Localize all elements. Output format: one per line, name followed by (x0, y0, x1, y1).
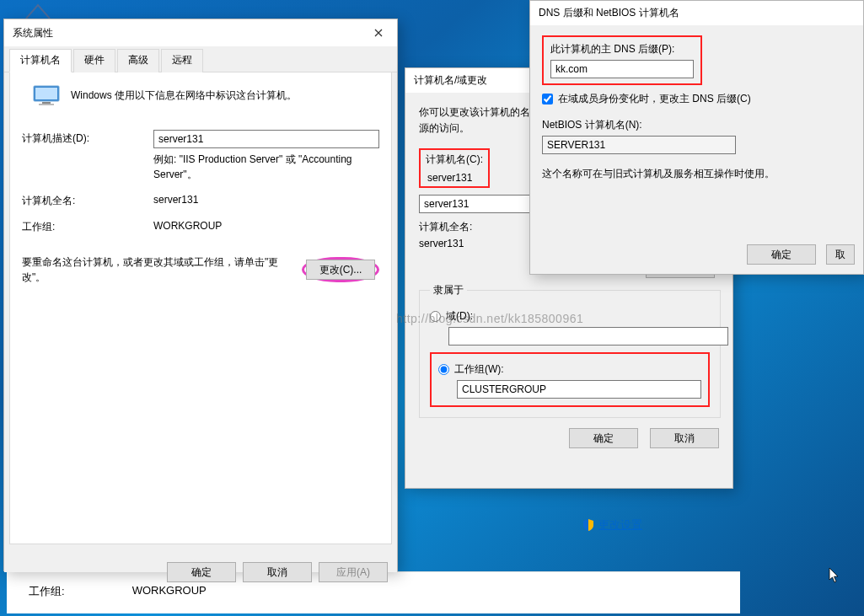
workgroup-radio-row[interactable]: 工作组(W): (438, 362, 701, 377)
highlight-box: 计算机名(C): server131 (419, 148, 490, 188)
domain-input[interactable] (448, 327, 728, 345)
netbios-hint: 这个名称可在与旧式计算机及服务相互操作时使用。 (542, 166, 851, 181)
domain-label: 域(D): (446, 309, 473, 324)
change-settings-label: 更改设置 (598, 517, 642, 533)
tabs: 计算机名 硬件 高级 远程 (4, 46, 397, 72)
change-primary-suffix-label: 在域成员身份变化时，更改主 DNS 后缀(C) (558, 92, 751, 106)
shield-icon (582, 518, 595, 532)
close-button[interactable] (367, 24, 390, 41)
computer-icon (32, 84, 61, 108)
dialog-body: 此计算机的主 DNS 后缀(P): kk.com 在域成员身份变化时，更改主 D… (530, 25, 863, 273)
highlight-box: 此计算机的主 DNS 后缀(P): kk.com (542, 35, 702, 85)
ok-button[interactable]: 确定 (747, 244, 816, 265)
domain-radio-row[interactable]: 域(D): (430, 309, 710, 324)
change-settings-link-wrap: 更改设置 (582, 517, 642, 535)
fullname-label: 计算机全名: (22, 190, 153, 208)
system-properties-dialog: 系统属性 计算机名 硬件 高级 远程 Windows 使用以下 (3, 19, 398, 571)
member-of-legend: 隶属于 (430, 283, 467, 297)
workgroup-label: 工作组: (22, 217, 153, 234)
workgroup-input[interactable] (457, 380, 701, 399)
svg-rect-3 (39, 104, 54, 105)
cancel-button-partial[interactable]: 取 (826, 244, 855, 265)
cancel-button[interactable]: 取消 (650, 428, 719, 448)
close-icon (374, 29, 383, 37)
domain-radio[interactable] (430, 311, 441, 322)
workgroup-label: 工作组(W): (454, 362, 504, 377)
tab-panel-computer-name: Windows 使用以下信息在网络中标识这台计算机。 计算机描述(D): 例如:… (9, 72, 392, 544)
description-label: 计算机描述(D): (22, 128, 153, 146)
netbios-name-input (542, 136, 736, 154)
primary-dns-suffix-label: 此计算机的主 DNS 后缀(P): (550, 42, 694, 56)
member-of-fieldset: 隶属于 域(D): 工作组(W): (419, 283, 721, 418)
tab-remote[interactable]: 远程 (161, 49, 203, 72)
change-primary-suffix-row[interactable]: 在域成员身份变化时，更改主 DNS 后缀(C) (542, 92, 851, 106)
dialog-title-text: 系统属性 (13, 26, 53, 40)
cancel-button[interactable]: 取消 (243, 562, 312, 582)
workgroup-radio[interactable] (438, 364, 449, 375)
change-settings-link[interactable]: 更改设置 (582, 517, 642, 533)
titlebar: DNS 后缀和 NetBIOS 计算机名 (530, 1, 863, 25)
workgroup-value: WORKGROUP (153, 217, 379, 232)
titlebar: 系统属性 (4, 19, 397, 46)
intro-text: Windows 使用以下信息在网络中标识这台计算机。 (71, 84, 379, 103)
apply-button[interactable]: 应用(A) (319, 562, 388, 582)
tab-advanced[interactable]: 高级 (117, 49, 159, 72)
dialog-body: 计算机名 硬件 高级 远程 Windows 使用以下信息在网络中标识这台计算机。 (4, 46, 397, 572)
description-hint: 例如: "IIS Production Server" 或 "Accountin… (153, 152, 379, 182)
workgroup-label: 工作组: (29, 584, 65, 599)
ok-button[interactable]: 确定 (569, 428, 638, 448)
primary-dns-suffix-value: kk.com (550, 60, 694, 78)
computer-name-label: 计算机名(C): (426, 153, 483, 167)
notification-center-peek-icon (24, 0, 52, 19)
workgroup-value: WORKGROUP (132, 584, 207, 597)
svg-rect-2 (42, 102, 51, 104)
description-input[interactable] (153, 130, 379, 148)
computer-name-value-preview: server131 (426, 170, 483, 184)
dns-netbios-dialog: DNS 后缀和 NetBIOS 计算机名 此计算机的主 DNS 后缀(P): k… (529, 0, 864, 275)
dialog-title-text: 计算机名/域更改 (414, 73, 487, 88)
change-primary-suffix-checkbox[interactable] (542, 94, 553, 104)
highlight-ring: 更改(C)... (302, 257, 379, 282)
tab-hardware[interactable]: 硬件 (73, 49, 115, 72)
rename-hint: 要重命名这台计算机，或者更改其域或工作组，请单击"更改"。 (22, 254, 302, 285)
highlight-box: 工作组(W): (430, 352, 710, 407)
svg-rect-1 (35, 88, 57, 99)
dialog-title-text: DNS 后缀和 NetBIOS 计算机名 (539, 6, 679, 20)
fullname-value: server131 (153, 190, 379, 206)
netbios-name-label: NetBIOS 计算机名(N): (542, 118, 851, 132)
tab-computer-name[interactable]: 计算机名 (9, 49, 72, 72)
ok-button[interactable]: 确定 (167, 562, 236, 582)
change-button[interactable]: 更改(C)... (306, 260, 375, 280)
